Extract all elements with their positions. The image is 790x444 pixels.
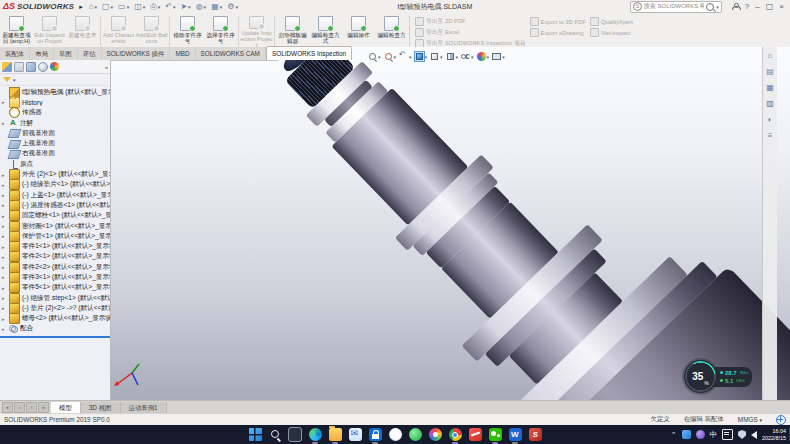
rebuild-icon[interactable]: ◍▾ [194, 1, 209, 12]
tree-item[interactable]: ▸ 外壳 (2)<1> (默认<<默认>_显示状 [0, 169, 110, 179]
file-explorer-taskbar-icon[interactable] [328, 428, 342, 442]
ribbon-button[interactable]: 新建检查项目 (amp;H) [0, 14, 33, 48]
expand-arrow-icon[interactable]: ▸ [2, 305, 7, 311]
graphics-area[interactable]: ▾ ▾ ▾ ▾ ▾ ▾ ▾ [110, 47, 790, 400]
expand-arrow-icon[interactable]: ▸ [2, 223, 7, 229]
edit-appearance-icon[interactable]: ▾ [477, 52, 490, 61]
expand-arrow-icon[interactable]: ▸ [2, 316, 7, 322]
tree-item[interactable]: ▸ (-) 温度传感器<1> (默认<<默认>_ [0, 200, 110, 210]
tree-item[interactable]: ▸ 配合 [0, 324, 110, 334]
web-help-globe-icon[interactable] [776, 415, 786, 425]
start-button[interactable] [248, 428, 262, 442]
tree-item[interactable]: ▸ 上视基准面 [0, 138, 110, 148]
print-icon[interactable]: ⎙▾ [148, 1, 162, 12]
search-dropdown-arrow[interactable]: ▾ [716, 4, 719, 10]
restore-button[interactable]: ▢ [766, 2, 774, 11]
expand-arrow-icon[interactable]: ▸ [2, 99, 7, 105]
ribbon-button[interactable]: 编辑检查方 [375, 14, 408, 48]
tree-item[interactable]: ▸ 零件5<1> (默认<<默认>_显示状态 [0, 283, 110, 293]
custom-properties-icon[interactable]: ≡ [765, 131, 775, 141]
tree-item[interactable]: ▸ 密封圈<1> (默认<<默认>_显示状 [0, 221, 110, 231]
display-style-icon[interactable]: ▾ [446, 52, 459, 61]
file-explorer-icon[interactable]: ▦ [765, 83, 775, 93]
scroll-next-icon[interactable]: › [26, 402, 37, 413]
tree-item[interactable]: ▸ (-) 上盖<1> (默认<<默认>_显示状 [0, 190, 110, 200]
ribbon-button[interactable]: Update Inspection Project [240, 14, 273, 48]
green-app-icon[interactable] [408, 428, 422, 442]
wps-icon[interactable] [508, 428, 522, 442]
search-scope-icon[interactable]: S [633, 2, 642, 11]
3d-model-assembly[interactable] [180, 47, 790, 400]
expand-arrow-icon[interactable]: ▸ [2, 202, 7, 208]
close-button[interactable]: × [779, 2, 784, 11]
security-tray-icon[interactable] [738, 430, 746, 439]
weather-cloud-icon[interactable] [388, 428, 402, 442]
section-view-icon[interactable]: ▾ [415, 52, 428, 61]
tree-filter-row[interactable]: ▾ [0, 74, 110, 86]
volume-icon[interactable] [751, 431, 757, 439]
ribbon-button[interactable]: Add Characteristic [102, 14, 135, 48]
export-button[interactable]: 导出至 Excel [415, 28, 526, 37]
export-button[interactable]: Export eDrawing [530, 28, 586, 37]
expand-arrow-icon[interactable]: ▸ [2, 264, 7, 270]
tree-item[interactable]: ▸ 零件3<1> (默认<<默认>_显示状 [0, 272, 110, 282]
tray-app-blue-icon[interactable] [682, 430, 691, 439]
expand-arrow-icon[interactable]: ▸ [2, 274, 7, 280]
home-icon[interactable]: ⌂▾ [87, 1, 99, 12]
tree-item[interactable]: ▸ 螺母<2> (默认<<默认>_显示状态 [0, 314, 110, 324]
configuration-manager-tab-icon[interactable] [26, 62, 36, 72]
minimize-button[interactable]: – [755, 2, 759, 11]
chrome-icon[interactable] [448, 428, 462, 442]
tab-overflow-arrow[interactable]: » [105, 64, 108, 70]
zoom-area-icon[interactable]: ▾ [384, 52, 397, 61]
tree-item[interactable]: ▸ History [0, 97, 110, 107]
featuremanager-tree-tab-icon[interactable] [2, 62, 12, 72]
ribbon-button[interactable]: 启动模板编辑器 [276, 14, 309, 48]
solidworks-taskbar-icon[interactable] [528, 428, 542, 442]
expand-arrow-icon[interactable]: ▸ [2, 213, 7, 219]
scroll-first-icon[interactable]: « [2, 402, 13, 413]
undo-icon[interactable]: ↶▾ [163, 1, 177, 12]
tree-item[interactable]: ▸ 保护管<1> (默认<<默认>_显示状 [0, 231, 110, 241]
tree-item[interactable]: ▸ 注解 [0, 118, 110, 128]
file-properties-icon[interactable]: ▦▾ [209, 1, 224, 12]
tray-expand-icon[interactable]: ⌃ [671, 431, 677, 439]
tree-item[interactable]: ▸ (-) 绝缘管.step<1> (默认<<默认> [0, 293, 110, 303]
ribbon-tab[interactable]: MBD [170, 47, 195, 60]
ribbon-tab[interactable]: 布局 [30, 47, 54, 60]
expand-arrow-icon[interactable]: ▸ [2, 182, 7, 188]
new-file-icon[interactable]: ▢▾ [100, 1, 115, 12]
tree-item[interactable]: ▸ 传感器 [0, 108, 110, 118]
task-view-button[interactable] [288, 428, 302, 442]
view-orientation-icon[interactable]: ▾ [430, 52, 443, 61]
status-units[interactable]: MMGS ▾ [738, 416, 762, 423]
export-button[interactable]: 导出至 2D PDF [415, 17, 526, 26]
search-button[interactable] [268, 428, 282, 442]
help-search-box[interactable]: S 搜索 SOLIDWORKS 帮助 ▾ [630, 1, 722, 13]
expand-arrow-icon[interactable]: ▸ [2, 172, 7, 178]
tray-app-purple-icon[interactable] [696, 430, 705, 439]
tree-item[interactable]: ▸ 前视基准面 [0, 128, 110, 138]
hide-show-items-icon[interactable]: ▾ [461, 52, 474, 61]
options-icon[interactable]: ⚙▾ [225, 1, 240, 12]
menu-expand-arrow[interactable]: ▸ [79, 3, 83, 11]
view-settings-icon[interactable]: ▾ [492, 52, 505, 61]
ime-mode-icon[interactable] [722, 429, 733, 440]
open-file-icon[interactable]: ▭▾ [116, 1, 131, 12]
store-icon[interactable] [368, 428, 382, 442]
network-speed-widget[interactable]: 35% 28.7KB/s 5.1KB/s [684, 360, 752, 393]
ribbon-button[interactable]: 编辑检查方式 [309, 14, 342, 48]
ribbon-button[interactable]: 移除零件序号 [171, 14, 204, 48]
tree-item[interactable]: ▸ t型轴预热电偶 (默认<默认_显示状态-1 [0, 87, 110, 97]
expand-arrow-icon[interactable]: ▸ [2, 120, 7, 126]
tree-item[interactable]: ▸ 零件2<1> (默认<<默认>_显示状 [0, 252, 110, 262]
ribbon-button[interactable]: 编辑操作 [342, 14, 375, 48]
save-icon[interactable]: ◫▾ [132, 1, 147, 12]
login-user-icon[interactable] [732, 3, 739, 10]
ribbon-button[interactable]: 新建检查表 [66, 14, 99, 48]
appearances-scenes-icon[interactable]: ◐ [765, 115, 775, 125]
scroll-prev-icon[interactable]: ‹ [14, 402, 25, 413]
ribbon-tab[interactable]: SOLIDWORKS CAM [196, 47, 266, 60]
edge-icon[interactable] [308, 428, 322, 442]
mail-icon[interactable] [348, 428, 362, 442]
